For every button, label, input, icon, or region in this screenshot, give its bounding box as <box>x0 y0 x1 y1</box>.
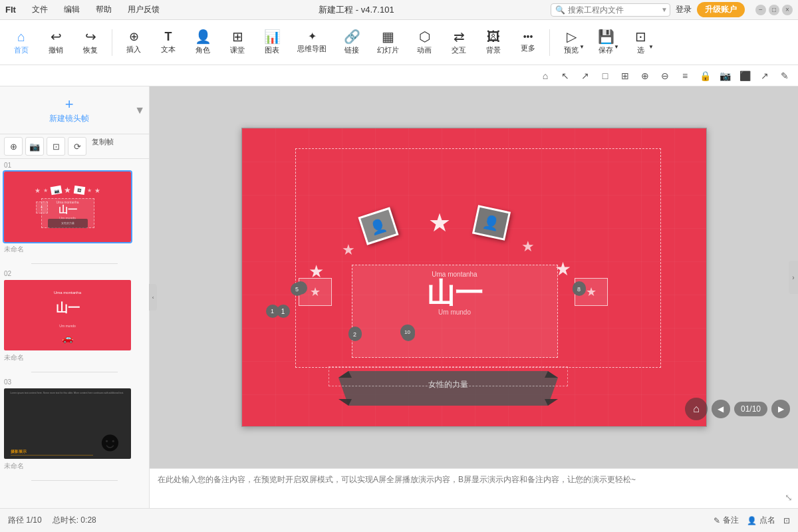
toolbar-text[interactable]: T 文本 <box>152 27 184 59</box>
link-icon: 🔗 <box>344 30 360 43</box>
right-panel-toggle[interactable]: › <box>789 261 798 294</box>
photo-card-1[interactable]: 👤 <box>358 207 398 245</box>
zoom-out-btn[interactable]: ⊖ <box>657 68 673 84</box>
slide-separator-3 <box>3 473 146 487</box>
align-rect-btn[interactable]: □ <box>597 68 613 84</box>
align-tr-btn[interactable]: ↗ <box>577 68 593 84</box>
search-input[interactable] <box>568 5 661 15</box>
main-content-box[interactable]: Uma montanha 山一 Um mundo <box>352 265 558 358</box>
toolbar-mindmap[interactable]: ✦ 思维导图 <box>291 27 333 58</box>
search-dropdown-icon[interactable]: ▼ <box>661 6 668 13</box>
toolbar-class[interactable]: ⊞ 课堂 <box>221 26 253 59</box>
banner-container[interactable]: 女性的力量 <box>338 371 558 406</box>
menu-help[interactable]: 帮助 <box>93 3 114 17</box>
ppt-icon: ▦ <box>382 30 394 43</box>
slide-duration: 总时长: 0:28 <box>53 515 96 526</box>
bottom-right: ✎ 备注 👤 点名 ⊡ <box>714 515 790 526</box>
toolbar-role[interactable]: 👤 角色 <box>187 26 219 59</box>
slides-list: 01 ★ ★ 📷 ★ 🖼 <box>0 159 149 508</box>
toolbar-select[interactable]: ⊡ 选 ▼ <box>624 26 656 59</box>
toolbar-animation[interactable]: ⬡ 动画 <box>408 26 440 59</box>
notes-area: ⤡ <box>150 468 798 508</box>
minimize-button[interactable]: − <box>755 5 766 15</box>
toolbar-bg-label: 背景 <box>486 45 501 55</box>
menu-file[interactable]: 文件 <box>29 3 51 17</box>
new-frame-button[interactable]: + 新建镜头帧 <box>4 90 134 130</box>
toolbar-home[interactable]: ⌂ 首页 <box>5 26 37 59</box>
menu-edit[interactable]: 编辑 <box>61 3 82 17</box>
snapshot-btn[interactable]: 📷 <box>25 137 44 156</box>
menu-feedback[interactable]: 用户反馈 <box>125 3 162 17</box>
toolbar-ppt-label: 幻灯片 <box>377 45 399 55</box>
toolbar-ppt[interactable]: ▦ 幻灯片 <box>370 26 406 59</box>
zoom-in-btn[interactable]: ⊕ <box>637 68 653 84</box>
class-icon: ⊞ <box>232 30 243 43</box>
edit-btn[interactable]: ✎ <box>777 68 793 84</box>
slide-thumb-1[interactable]: ★ ★ 📷 ★ 🖼 ★ ★ <box>3 170 132 243</box>
sidebar-collapse-btn[interactable]: ‹ <box>149 284 157 311</box>
canvas[interactable]: ★ ★ 👤 ★ 👤 ★ <box>150 86 798 468</box>
new-frame-plus-icon: + <box>65 96 74 113</box>
align-tl-btn[interactable]: ↖ <box>557 68 573 84</box>
save-icon: 💾 <box>598 30 614 43</box>
callout-icon: 👤 <box>747 516 757 525</box>
annotation-btn[interactable]: ✎ 备注 <box>714 515 739 526</box>
toolbar-save[interactable]: 💾 保存 ▼ <box>590 26 622 59</box>
slide-thumb-bg-1: ★ ★ 📷 ★ 🖼 ★ ★ <box>4 172 131 242</box>
slide-item-1: 01 ★ ★ 📷 ★ 🖼 <box>3 162 146 254</box>
sidebar-collapse-arrow[interactable]: ▼ <box>134 104 145 116</box>
search-box[interactable]: 🔍 ▼ <box>551 3 670 17</box>
photo-card-2[interactable]: 👤 <box>471 205 510 240</box>
callout-label: 点名 <box>759 515 775 526</box>
loop-btn[interactable]: ⟳ <box>68 137 86 156</box>
align-left-btn[interactable]: ≡ <box>677 68 693 84</box>
bg-fill-btn[interactable]: ⬛ <box>737 68 753 84</box>
select-arrow: ▼ <box>648 44 654 50</box>
canvas-wrapper: ★ ★ 👤 ★ 👤 ★ <box>150 86 798 508</box>
copy-frame-btn[interactable]: ⊕ <box>4 137 23 156</box>
annotation-label: 备注 <box>723 515 739 526</box>
nav-home-btn[interactable]: ⌂ <box>685 398 708 420</box>
toolbar-bg[interactable]: 🖼 背景 <box>477 26 509 59</box>
fullscreen-btn[interactable]: ⊡ <box>783 515 790 526</box>
close-button[interactable]: × <box>782 5 793 15</box>
slide-thumb-2[interactable]: Uma montanha 山一 Um mundo 🚗 <box>3 279 132 352</box>
slide2-sub: Um mundo <box>59 324 75 328</box>
toolbar-more[interactable]: ••• 更多 <box>512 28 544 57</box>
slide2-car-icon: 🚗 <box>62 332 73 343</box>
toolbar-preview[interactable]: ▷ 预览 ▼ <box>555 26 587 59</box>
banner-text: 女性的力量 <box>338 379 558 390</box>
screenshot-btn[interactable]: 📷 <box>717 68 733 84</box>
toolbar-chart[interactable]: 📊 图表 <box>256 26 288 59</box>
undo-icon: ↩ <box>51 30 62 43</box>
maximize-button[interactable]: □ <box>769 5 779 15</box>
badge-num-5: 5 <box>291 283 304 296</box>
toolbar-redo[interactable]: ↪ 恢复 <box>74 26 106 59</box>
nav-prev-btn[interactable]: ◀ <box>712 400 730 418</box>
slide-canvas[interactable]: ★ ★ 👤 ★ 👤 ★ <box>241 128 707 427</box>
notes-input[interactable] <box>158 474 790 503</box>
copy-frame-label: 复制帧 <box>92 137 114 156</box>
slide-item-3: 03 Lorem ipsum text content here. Some m… <box>3 378 146 471</box>
toolbar-link[interactable]: 🔗 链接 <box>336 26 368 59</box>
toolbar-undo[interactable]: ↩ 撤销 <box>40 26 72 59</box>
lock-btn[interactable]: 🔒 <box>697 68 713 84</box>
crop-btn[interactable]: ⊡ <box>47 137 65 156</box>
nav-next-btn[interactable]: ▶ <box>771 400 790 418</box>
role-icon: 👤 <box>195 30 211 43</box>
slide-thumb-3[interactable]: Lorem ipsum text content here. Some more… <box>3 387 132 460</box>
login-button[interactable]: 登录 <box>676 4 692 15</box>
upgrade-button[interactable]: 升级账户 <box>697 2 745 17</box>
search-icon: 🔍 <box>555 5 565 15</box>
slide-separator-2 <box>3 365 146 378</box>
toolbar-insert[interactable]: ⊕ 插入 <box>118 27 150 59</box>
main-toolbar: ⌂ 首页 ↩ 撤销 ↪ 恢复 ⊕ 插入 T 文本 👤 角色 ⊞ 课堂 📊 图表 … <box>0 20 798 65</box>
notes-expand-btn[interactable]: ⤡ <box>785 492 793 503</box>
export-btn[interactable]: ↗ <box>757 68 773 84</box>
toolbar-interact[interactable]: ⇄ 交互 <box>443 26 475 59</box>
new-frame-label: 新建镜头帧 <box>49 113 89 124</box>
align-multi-btn[interactable]: ⊞ <box>617 68 633 84</box>
callout-btn[interactable]: 👤 点名 <box>747 515 775 526</box>
interact-icon: ⇄ <box>454 30 465 43</box>
fit-view-btn[interactable]: ⌂ <box>537 68 553 84</box>
